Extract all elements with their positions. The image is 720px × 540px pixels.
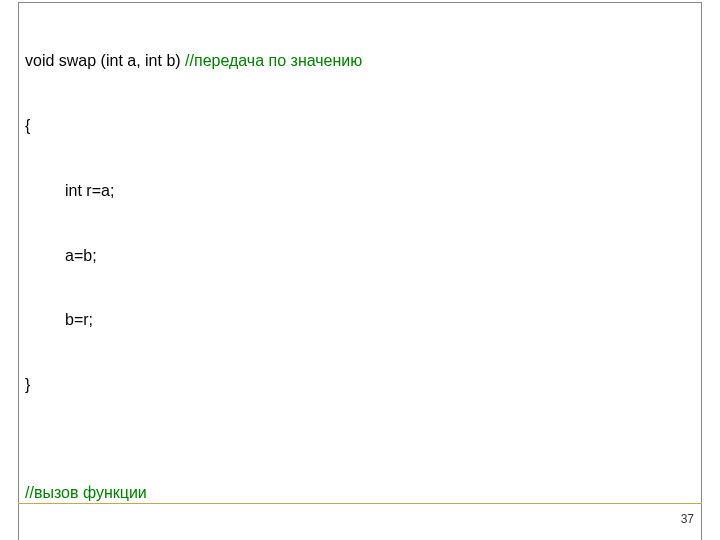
code-line-4: a=b; xyxy=(25,245,695,267)
code-comment-2: //вызов функции xyxy=(25,482,695,504)
code-signature: void swap (int a, int b) xyxy=(25,52,185,69)
code-comment-1: //передача по значению xyxy=(185,52,362,69)
page-number: 37 xyxy=(681,512,694,526)
code-line-6: } xyxy=(25,374,695,396)
code-line-2: { xyxy=(25,115,695,137)
code-line-1: void swap (int a, int b) //передача по з… xyxy=(25,50,695,72)
code-line-3: int r=a; xyxy=(25,180,695,202)
slide-frame: void swap (int a, int b) //передача по з… xyxy=(18,2,702,504)
footer-rule xyxy=(18,503,702,504)
code-block: void swap (int a, int b) //передача по з… xyxy=(18,2,702,540)
code-line-5: b=r; xyxy=(25,309,695,331)
